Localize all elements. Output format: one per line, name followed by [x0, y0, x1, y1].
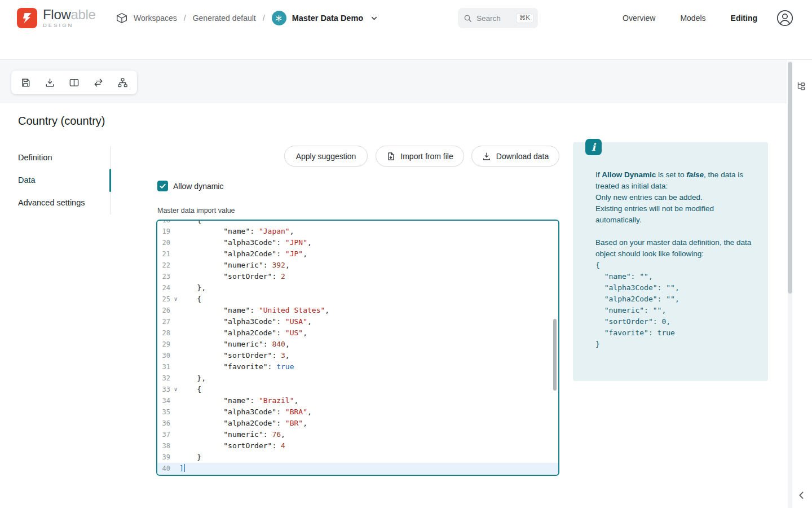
nav-models[interactable]: Models: [680, 14, 705, 23]
page-scrollbar[interactable]: [788, 61, 792, 508]
fold-gutter: [172, 221, 179, 226]
allow-dynamic-checkbox-row[interactable]: Allow dynamic: [157, 181, 223, 191]
settings-side-nav: Definition Data Advanced settings: [18, 146, 108, 214]
editor-viewport[interactable]: 18 {19 "name": "Japan",20 "alpha3Code": …: [157, 221, 558, 475]
fold-gutter: [172, 395, 179, 406]
save-icon[interactable]: [16, 71, 36, 94]
line-number: 39: [157, 452, 172, 463]
nav-overview[interactable]: Overview: [623, 14, 655, 23]
search-input[interactable]: Search ⌘K: [458, 8, 538, 28]
master-data-code-editor[interactable]: 18 {19 "name": "Japan",20 "alpha3Code": …: [156, 220, 559, 476]
file-import-icon: [386, 152, 395, 161]
allow-dynamic-checkbox[interactable]: [157, 181, 168, 191]
fold-gutter: [172, 339, 179, 350]
line-code: "numeric": 840,: [179, 339, 290, 350]
line-code: "alpha2Code": "US",: [179, 327, 307, 339]
editor-line[interactable]: 27 "alpha3Code": "USA",: [157, 316, 558, 327]
editor-line[interactable]: 26 "name": "United States",: [157, 305, 558, 316]
apply-suggestion-button[interactable]: Apply suggestion: [284, 146, 368, 167]
sidebar-item-advanced-settings[interactable]: Advanced settings: [18, 191, 108, 214]
info-paragraph-1: If Allow Dynamic is set to false, the da…: [595, 169, 758, 226]
sidebar-item-data[interactable]: Data: [18, 169, 108, 191]
breadcrumb: Workspaces / Generated default / Master …: [116, 0, 378, 36]
fold-toggle-icon[interactable]: ∨: [172, 294, 179, 305]
chevron-down-icon[interactable]: [370, 14, 378, 23]
fold-toggle-icon[interactable]: ∨: [172, 384, 179, 395]
editor-line[interactable]: 23 "sortOrder": 2: [157, 271, 558, 282]
line-code: "favorite": true: [179, 361, 294, 373]
search-placeholder: Search: [476, 14, 511, 23]
editor-line[interactable]: 24 },: [157, 282, 558, 294]
sidebar-active-indicator: [109, 169, 111, 192]
download-data-label: Download data: [496, 152, 549, 161]
info-code-line: "alpha2Code": "",: [595, 294, 758, 305]
info-code-line: "favorite": true: [595, 327, 758, 339]
editor-line[interactable]: 37 "numeric": 76,: [157, 429, 558, 440]
brand-name-secondary: able: [70, 7, 95, 22]
editor-line[interactable]: 35 "alpha3Code": "BRA",: [157, 406, 558, 418]
model-tree-toggle-icon[interactable]: [794, 79, 809, 94]
line-number: 37: [157, 429, 172, 440]
sitemap-icon[interactable]: [113, 71, 133, 94]
download-data-button[interactable]: Download data: [471, 146, 559, 167]
allow-dynamic-label: Allow dynamic: [173, 182, 223, 191]
editor-line[interactable]: 36 "alpha2Code": "BR",: [157, 418, 558, 429]
fold-gutter: [172, 327, 179, 339]
line-code: },: [179, 373, 206, 384]
editor-line[interactable]: 25∨ {: [157, 294, 558, 305]
line-number: 30: [157, 350, 172, 361]
editor-line[interactable]: 18 {: [157, 221, 558, 226]
nav-editing[interactable]: Editing: [731, 14, 757, 23]
import-from-file-label: Import from file: [400, 152, 453, 161]
line-number: 26: [157, 305, 172, 316]
fold-gutter: [172, 248, 179, 260]
editor-scrollbar-thumb[interactable]: [553, 319, 557, 391]
line-code: ]: [179, 463, 185, 474]
editor-line[interactable]: 33∨ {: [157, 384, 558, 395]
editor-line[interactable]: 31 "favorite": true: [157, 361, 558, 373]
split-view-icon[interactable]: [64, 71, 85, 94]
editor-line[interactable]: 38 "sortOrder": 4: [157, 440, 558, 452]
line-code: {: [179, 294, 201, 305]
line-code: "sortOrder": 4: [179, 440, 285, 452]
editor-line[interactable]: 32 },: [157, 373, 558, 384]
line-number: 35: [157, 406, 172, 418]
app-header: Flowable DESIGN Workspaces / Generated d…: [0, 0, 812, 36]
page-scrollbar-thumb[interactable]: [788, 62, 792, 294]
editor-line[interactable]: 34 "name": "Brazil",: [157, 395, 558, 406]
line-code: "numeric": 392,: [179, 260, 290, 271]
editor-line[interactable]: 29 "numeric": 840,: [157, 339, 558, 350]
line-number: 25: [157, 294, 172, 305]
brand-name-primary: Flow: [43, 7, 70, 22]
breadcrumb-workspaces[interactable]: Workspaces: [134, 14, 177, 23]
user-avatar[interactable]: [776, 10, 793, 27]
editor-line[interactable]: 21 "alpha2Code": "JP",: [157, 248, 558, 260]
line-number: 27: [157, 316, 172, 327]
download-model-icon[interactable]: [40, 71, 60, 94]
tab-bar: Country +: [0, 36, 812, 60]
editor-line[interactable]: 22 "numeric": 392,: [157, 260, 558, 271]
collapse-panel-chevron-icon[interactable]: [795, 489, 807, 501]
swap-compare-icon[interactable]: [89, 71, 109, 94]
flowable-logo[interactable]: Flowable DESIGN: [17, 7, 96, 28]
editor-line[interactable]: 39 }: [157, 452, 558, 463]
fold-gutter: [172, 305, 179, 316]
brand-text: Flowable DESIGN: [43, 7, 96, 28]
line-code: {: [179, 221, 201, 226]
master-data-model-icon: [272, 11, 286, 25]
brand-name: Flowable: [43, 7, 96, 21]
breadcrumb-project[interactable]: Generated default: [193, 14, 256, 23]
import-from-file-button[interactable]: Import from file: [376, 146, 464, 167]
line-code: },: [179, 282, 206, 294]
editor-line[interactable]: 19 "name": "Japan",: [157, 226, 558, 237]
editor-line[interactable]: 28 "alpha2Code": "US",: [157, 327, 558, 339]
editor-line[interactable]: 40]: [157, 463, 558, 474]
fold-gutter: [172, 350, 179, 361]
editor-line[interactable]: 20 "alpha3Code": "JPN",: [157, 237, 558, 248]
editor-line[interactable]: 30 "sortOrder": 3,: [157, 350, 558, 361]
fold-gutter: [172, 373, 179, 384]
line-code: "name": "United States",: [179, 305, 329, 316]
sidebar-item-definition[interactable]: Definition: [18, 146, 108, 169]
line-code: "sortOrder": 3,: [179, 350, 290, 361]
breadcrumb-model[interactable]: Master Data Demo: [292, 14, 364, 23]
